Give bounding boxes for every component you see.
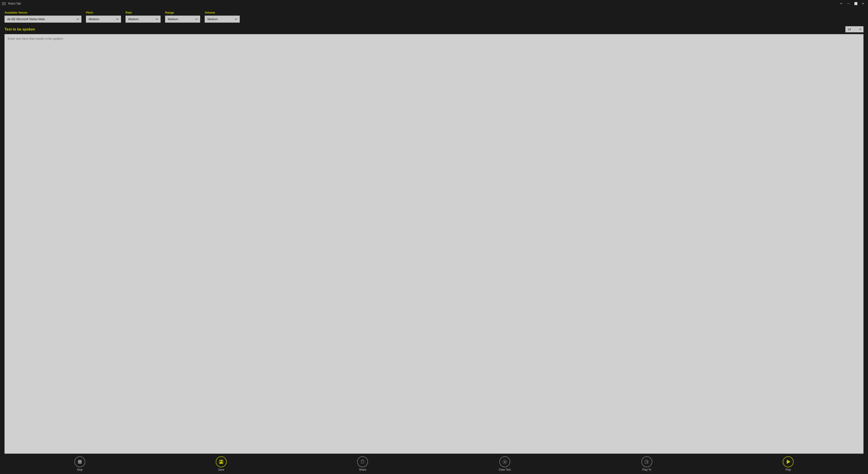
voice-control-group: Available Voices de-DE Microsoft Stefan …	[4, 11, 82, 23]
stop-icon	[78, 460, 82, 464]
stop-label: Stop	[77, 468, 83, 471]
play-triangle-icon	[787, 460, 790, 464]
save-circle	[216, 456, 227, 467]
play-to-label: Play To	[642, 468, 651, 471]
volume-label: Volume	[205, 11, 240, 14]
clear-text-label: Clear Text	[499, 468, 511, 471]
hamburger-line-3	[2, 4, 6, 5]
voice-label: Available Voices	[4, 11, 82, 14]
range-select[interactable]: Low Medium High	[165, 15, 200, 23]
save-button[interactable]: Save	[216, 456, 227, 471]
menu-icon[interactable]	[2, 2, 6, 5]
app-title: Robot Talk	[8, 2, 21, 5]
close-btn[interactable]: ✕	[860, 0, 866, 7]
text-section: Text to be spoken 10 11 12 13 14 16 18 2…	[4, 26, 864, 454]
rate-select[interactable]: Slow Medium Fast	[126, 15, 161, 23]
share-button[interactable]: Share	[357, 456, 368, 471]
play-label: Play	[786, 468, 791, 471]
svg-rect-2	[220, 462, 222, 464]
play-to-button[interactable]: Play To	[641, 456, 652, 471]
minimize-btn[interactable]: —	[845, 0, 852, 7]
play-to-circle	[641, 456, 652, 467]
play-to-icon	[645, 460, 649, 464]
pitch-label: Pitch	[86, 11, 121, 14]
hamburger-line-2	[2, 3, 6, 4]
edit-title-btn[interactable]: ✏	[838, 0, 844, 7]
share-label: Share	[359, 468, 366, 471]
controls-row: Available Voices de-DE Microsoft Stefan …	[4, 11, 864, 23]
range-control-group: Range Low Medium High	[165, 11, 200, 23]
title-bar-controls: ✏ — ⬜ ✕	[838, 0, 866, 7]
play-button[interactable]: Play	[783, 456, 794, 471]
title-bar-left: Robot Talk	[2, 2, 21, 5]
svg-point-7	[504, 462, 505, 463]
main-content: Available Voices de-DE Microsoft Stefan …	[0, 7, 868, 454]
text-section-title: Text to be spoken	[4, 27, 35, 31]
share-icon	[360, 460, 365, 464]
svg-rect-3	[220, 460, 221, 461]
rate-label: Rate	[126, 11, 161, 14]
clear-text-circle	[499, 456, 510, 467]
play-circle	[783, 456, 794, 467]
rate-control-group: Rate Slow Medium Fast	[126, 11, 161, 23]
svg-rect-4	[361, 461, 364, 463]
volume-control-group: Volume Low Medium High	[205, 11, 240, 23]
pitch-control-group: Pitch Low Medium High	[86, 11, 121, 23]
title-bar: Robot Talk ✏ — ⬜ ✕	[0, 0, 868, 7]
svg-rect-1	[220, 460, 222, 462]
font-size-select[interactable]: 10 11 12 13 14 16 18 20 24 28 32	[845, 26, 864, 32]
clear-text-button[interactable]: Clear Text	[499, 456, 511, 471]
save-label: Save	[218, 468, 224, 471]
stop-button[interactable]: Stop	[74, 456, 85, 471]
stop-circle	[74, 456, 85, 467]
share-circle	[357, 456, 368, 467]
range-label: Range	[165, 11, 200, 14]
clear-text-icon	[502, 459, 507, 465]
speech-textarea[interactable]	[4, 34, 864, 454]
maximize-btn[interactable]: ⬜	[852, 0, 859, 7]
hamburger-line-1	[2, 2, 6, 3]
bottom-toolbar: Stop Save Share	[0, 454, 868, 474]
pitch-select[interactable]: Low Medium High	[86, 15, 121, 23]
text-section-header: Text to be spoken 10 11 12 13 14 16 18 2…	[4, 26, 864, 32]
voice-select[interactable]: de-DE Microsoft Stefan Male en-US Micros…	[4, 15, 82, 23]
volume-select[interactable]: Low Medium High	[205, 15, 240, 23]
save-icon	[219, 459, 224, 464]
